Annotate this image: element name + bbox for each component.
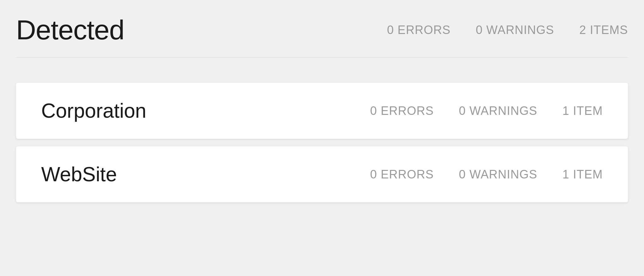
page-header: Detected 0 ERRORS 0 WARNINGS 2 ITEMS bbox=[16, 14, 628, 58]
card-errors-website: 0 ERRORS bbox=[370, 168, 434, 181]
header-errors-stat: 0 ERRORS bbox=[387, 23, 451, 37]
card-warnings-website: 0 WARNINGS bbox=[459, 168, 537, 181]
card-website[interactable]: WebSite 0 ERRORS 0 WARNINGS 1 ITEM bbox=[16, 146, 628, 202]
header-items-stat: 2 ITEMS bbox=[579, 23, 628, 37]
card-items-website: 1 ITEM bbox=[563, 168, 603, 181]
card-warnings-corporation: 0 WARNINGS bbox=[459, 104, 537, 118]
card-corporation[interactable]: Corporation 0 ERRORS 0 WARNINGS 1 ITEM bbox=[16, 83, 628, 139]
card-name-corporation: Corporation bbox=[41, 99, 146, 122]
card-errors-corporation: 0 ERRORS bbox=[370, 104, 434, 118]
card-stats-website: 0 ERRORS 0 WARNINGS 1 ITEM bbox=[370, 168, 603, 181]
card-items-corporation: 1 ITEM bbox=[563, 104, 603, 118]
card-name-website: WebSite bbox=[41, 163, 117, 186]
header-warnings-stat: 0 WARNINGS bbox=[476, 23, 554, 37]
page-title: Detected bbox=[16, 14, 124, 46]
header-stats: 0 ERRORS 0 WARNINGS 2 ITEMS bbox=[387, 23, 628, 37]
cards-container: Corporation 0 ERRORS 0 WARNINGS 1 ITEM W… bbox=[16, 83, 628, 202]
card-stats-corporation: 0 ERRORS 0 WARNINGS 1 ITEM bbox=[370, 104, 603, 118]
